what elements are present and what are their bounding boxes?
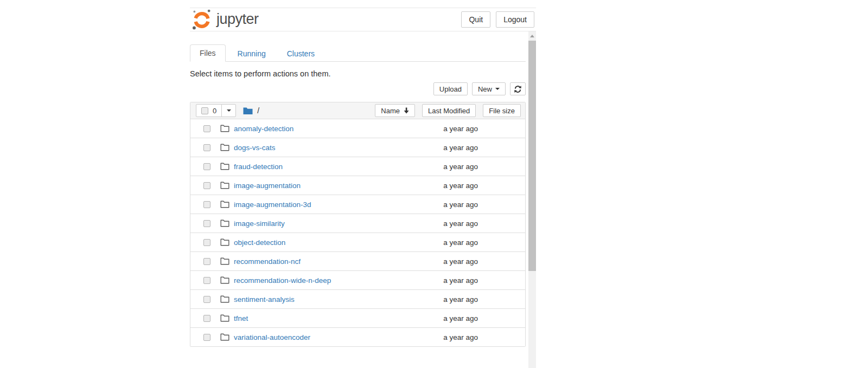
folder-outline-icon (220, 182, 229, 189)
folder-outline-icon (220, 238, 229, 246)
row-checkbox[interactable] (203, 334, 210, 341)
last-modified-cell: a year ago (391, 201, 478, 209)
folder-link[interactable]: tfnet (234, 314, 248, 322)
jupyter-logo-icon (191, 9, 213, 30)
row-checkbox[interactable] (203, 201, 210, 208)
quit-button[interactable]: Quit (461, 11, 490, 28)
folder-outline-icon (220, 201, 229, 208)
folder-outline-icon (220, 257, 229, 265)
table-row: image-augmentation a year ago (190, 176, 525, 195)
folder-link[interactable]: recommendation-wide-n-deep (234, 276, 331, 285)
folder-solid-icon[interactable] (243, 107, 253, 115)
row-checkbox[interactable] (203, 220, 210, 227)
folder-link[interactable]: object-detection (234, 238, 285, 247)
last-modified-cell: a year ago (391, 333, 478, 341)
sort-name-label: Name (381, 107, 400, 115)
breadcrumb-path[interactable]: / (257, 106, 259, 115)
vertical-scrollbar[interactable] (528, 31, 536, 368)
table-row: anomaly-detection a year ago (190, 119, 525, 138)
folder-link[interactable]: image-similarity (234, 219, 285, 228)
tab-running[interactable]: Running (228, 46, 275, 62)
table-row: recommendation-wide-n-deep a year ago (190, 270, 525, 289)
folder-outline-icon (220, 144, 229, 151)
caret-down-icon (495, 88, 500, 90)
last-modified-cell: a year ago (391, 163, 478, 171)
main-panel: Files Running Clusters Select items to p… (190, 31, 526, 347)
folder-outline-icon (220, 333, 229, 341)
sort-last-modified-button[interactable]: Last Modified (422, 104, 476, 117)
folder-outline-icon (220, 314, 229, 322)
list-toolbar: Upload New (190, 82, 526, 95)
last-modified-cell: a year ago (391, 144, 478, 152)
file-list: anomaly-detection a year ago dogs-vs-cat… (190, 119, 525, 346)
table-row: sentiment-analysis a year ago (190, 289, 525, 308)
upload-button[interactable]: Upload (433, 82, 468, 95)
folder-link[interactable]: anomaly-detection (234, 125, 293, 133)
arrow-down-icon (404, 107, 409, 114)
folder-link[interactable]: sentiment-analysis (234, 295, 295, 304)
refresh-button[interactable] (510, 82, 526, 95)
scroll-up-arrow-icon[interactable] (528, 31, 536, 40)
logo-wordmark: jupyter (216, 11, 259, 28)
notebook-list: 0 / Name (190, 102, 526, 347)
jupyter-logo[interactable]: jupyter (191, 9, 259, 30)
sort-file-size-button[interactable]: File size (483, 104, 521, 117)
folder-link[interactable]: dogs-vs-cats (234, 144, 276, 152)
table-row: tfnet a year ago (190, 308, 525, 327)
table-row: dogs-vs-cats a year ago (190, 138, 525, 157)
select-all-button[interactable]: 0 (196, 104, 222, 117)
folder-outline-icon (220, 125, 229, 132)
row-checkbox[interactable] (203, 182, 210, 189)
last-modified-cell: a year ago (391, 219, 478, 228)
folder-link[interactable]: recommendation-ncf (234, 257, 301, 266)
row-checkbox[interactable] (203, 315, 210, 322)
action-hint-text: Select items to perform actions on them. (190, 69, 526, 78)
tab-bar: Files Running Clusters (190, 45, 526, 62)
folder-outline-icon (220, 295, 229, 303)
row-checkbox[interactable] (203, 239, 210, 246)
row-checkbox[interactable] (203, 144, 210, 151)
last-modified-cell: a year ago (391, 238, 478, 247)
select-dropdown-button[interactable] (221, 104, 236, 117)
table-row: variational-autoencoder a year ago (190, 327, 525, 346)
last-modified-cell: a year ago (391, 314, 478, 322)
last-modified-cell: a year ago (391, 276, 478, 285)
breadcrumb: / (243, 106, 259, 115)
scrollbar-thumb[interactable] (528, 41, 536, 271)
table-row: object-detection a year ago (190, 233, 525, 251)
folder-link[interactable]: image-augmentation-3d (234, 201, 311, 209)
folder-outline-icon (220, 219, 229, 227)
last-modified-cell: a year ago (391, 257, 478, 266)
row-checkbox[interactable] (203, 258, 210, 265)
tab-clusters[interactable]: Clusters (278, 46, 324, 62)
folder-link[interactable]: variational-autoencoder (234, 333, 310, 341)
last-modified-cell: a year ago (391, 295, 478, 304)
caret-down-icon (227, 109, 231, 112)
folder-link[interactable]: fraud-detection (234, 163, 283, 171)
table-row: fraud-detection a year ago (190, 157, 525, 176)
folder-outline-icon (220, 163, 229, 170)
table-row: recommendation-ncf a year ago (190, 251, 525, 270)
app-header: jupyter Quit Logout (190, 8, 536, 31)
row-checkbox[interactable] (203, 125, 210, 132)
table-row: image-similarity a year ago (190, 214, 525, 233)
logout-button[interactable]: Logout (496, 11, 534, 28)
tab-files[interactable]: Files (190, 44, 226, 62)
new-dropdown-button[interactable]: New (472, 82, 506, 95)
selected-count: 0 (213, 107, 216, 115)
refresh-icon (514, 85, 522, 93)
last-modified-cell: a year ago (391, 125, 478, 133)
table-row: image-augmentation-3d a year ago (190, 195, 525, 214)
row-checkbox[interactable] (203, 277, 210, 284)
select-all-checkbox[interactable] (201, 107, 208, 114)
row-checkbox[interactable] (203, 296, 210, 303)
sort-name-button[interactable]: Name (375, 104, 415, 117)
new-dropdown-label: New (478, 85, 492, 93)
folder-outline-icon (220, 276, 229, 284)
row-checkbox[interactable] (203, 163, 210, 170)
list-header-row: 0 / Name (190, 102, 525, 119)
last-modified-cell: a year ago (391, 182, 478, 190)
folder-link[interactable]: image-augmentation (234, 182, 301, 190)
